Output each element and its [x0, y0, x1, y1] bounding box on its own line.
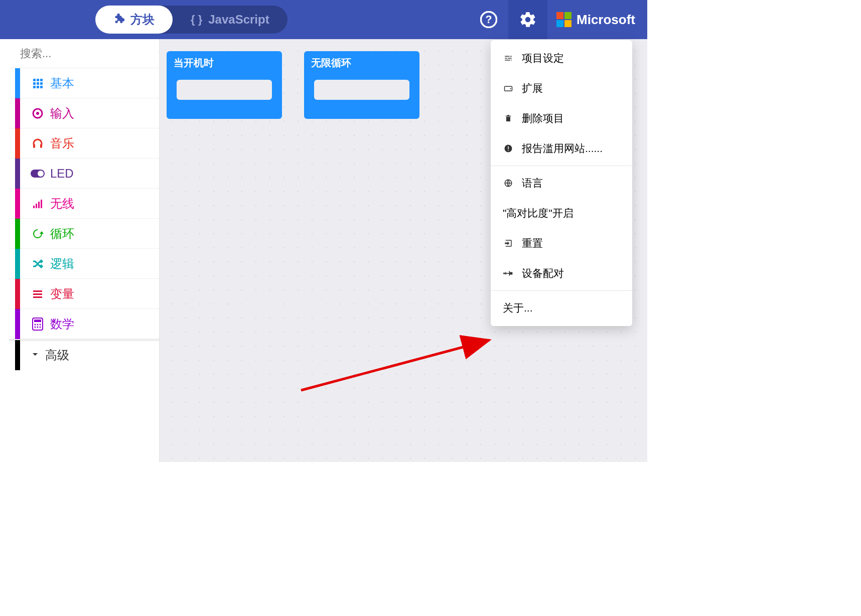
- advanced-label: 高级: [45, 347, 69, 363]
- svg-rect-14: [40, 144, 42, 148]
- microsoft-label: Microsoft: [577, 12, 635, 28]
- svg-rect-21: [33, 290, 42, 292]
- chevron-down-icon: [29, 348, 41, 362]
- category-label: 音乐: [50, 135, 74, 151]
- tab-blocks-label: 方块: [130, 12, 155, 28]
- svg-rect-35: [508, 146, 509, 149]
- tab-js-label: JavaScript: [208, 13, 269, 27]
- svg-rect-17: [33, 206, 35, 208]
- sliders-icon: [503, 54, 514, 63]
- menu-project-settings-label: 项目设定: [522, 51, 564, 65]
- list-icon: [29, 288, 46, 300]
- menu-language-label: 语言: [522, 176, 543, 190]
- svg-rect-23: [33, 296, 42, 298]
- svg-rect-39: [511, 272, 512, 275]
- category-list[interactable]: 变量: [9, 279, 159, 309]
- target-icon: [29, 107, 46, 119]
- menu-about[interactable]: 关于...: [491, 293, 632, 323]
- category-shuffle[interactable]: 逻辑: [9, 249, 159, 279]
- category-label: 逻辑: [50, 256, 74, 272]
- settings-menu: 项目设定 扩展 删除项目 报告滥用网站...... 语言 "高对比度"开启 重置: [491, 40, 632, 326]
- headphones-icon: [29, 137, 46, 149]
- menu-high-contrast[interactable]: "高对比度"开启: [491, 198, 632, 228]
- usb-icon: [503, 270, 514, 277]
- category-color-bar: [15, 309, 20, 339]
- svg-rect-2: [33, 79, 36, 81]
- svg-rect-20: [41, 200, 42, 208]
- menu-pair-device-label: 设备配对: [522, 266, 564, 280]
- svg-rect-8: [33, 86, 36, 88]
- category-color-bar: [15, 189, 20, 219]
- microsoft-logo[interactable]: Microsoft: [547, 0, 647, 39]
- category-label: 无线: [50, 196, 74, 212]
- category-calc[interactable]: 数学: [9, 309, 159, 339]
- category-color-bar: [15, 279, 20, 309]
- category-signal[interactable]: 无线: [9, 189, 159, 219]
- svg-rect-6: [37, 82, 39, 85]
- category-label: LED: [50, 167, 74, 181]
- svg-text:?: ?: [486, 14, 492, 26]
- editor-tabs: 方块 { } JavaScript: [95, 6, 288, 34]
- category-color-bar: [15, 98, 20, 128]
- svg-rect-9: [37, 86, 39, 88]
- tab-blocks[interactable]: 方块: [95, 6, 173, 34]
- svg-rect-10: [40, 86, 43, 88]
- block-on-start[interactable]: 当开机时: [167, 51, 282, 119]
- category-label: 基本: [50, 75, 74, 91]
- block-forever-label: 无限循环: [304, 51, 419, 75]
- category-headphones[interactable]: 音乐: [9, 128, 159, 159]
- search-input[interactable]: [20, 47, 158, 60]
- help-button[interactable]: ?: [469, 0, 508, 39]
- svg-point-38: [503, 272, 505, 274]
- menu-extensions-label: 扩展: [522, 81, 543, 95]
- menu-high-contrast-label: "高对比度"开启: [503, 206, 573, 220]
- drive-icon: [503, 85, 514, 92]
- svg-point-27: [37, 324, 39, 325]
- svg-point-31: [40, 326, 41, 328]
- menu-reset-label: 重置: [522, 236, 543, 250]
- category-list: 基本输入音乐LED无线循环逻辑变量数学: [9, 68, 159, 339]
- advanced-toggle[interactable]: 高级: [9, 339, 159, 369]
- svg-rect-18: [36, 204, 37, 208]
- signout-icon: [503, 239, 514, 248]
- menu-about-label: 关于...: [503, 301, 533, 315]
- search-row: [9, 39, 159, 68]
- svg-point-30: [37, 326, 39, 328]
- menu-reset[interactable]: 重置: [491, 228, 632, 258]
- advanced-bar: [15, 340, 20, 370]
- menu-extensions[interactable]: 扩展: [491, 73, 632, 103]
- toolbox-sidebar: 基本输入音乐LED无线循环逻辑变量数学 高级: [9, 39, 160, 462]
- calc-icon: [29, 318, 46, 331]
- header-right: ? Microsoft: [469, 0, 647, 39]
- category-label: 循环: [50, 226, 74, 242]
- settings-button[interactable]: [508, 0, 547, 39]
- svg-rect-4: [40, 79, 43, 81]
- svg-rect-22: [33, 293, 42, 295]
- category-toggle[interactable]: LED: [9, 159, 159, 189]
- category-grid[interactable]: 基本: [9, 68, 159, 98]
- menu-project-settings[interactable]: 项目设定: [491, 43, 632, 73]
- tab-javascript[interactable]: { } JavaScript: [173, 6, 288, 34]
- svg-rect-5: [33, 82, 36, 85]
- menu-delete-project[interactable]: 删除项目: [491, 103, 632, 133]
- signal-icon: [29, 198, 46, 210]
- category-target[interactable]: 输入: [9, 98, 159, 128]
- category-color-bar: [15, 128, 20, 159]
- alert-icon: [503, 144, 514, 153]
- menu-language[interactable]: 语言: [491, 168, 632, 198]
- menu-report-abuse[interactable]: 报告滥用网站......: [491, 133, 632, 164]
- category-color-bar: [15, 249, 20, 279]
- shuffle-icon: [29, 258, 46, 270]
- svg-point-26: [35, 324, 36, 325]
- svg-rect-19: [38, 202, 40, 208]
- svg-rect-7: [40, 82, 43, 85]
- category-label: 变量: [50, 286, 74, 302]
- block-forever[interactable]: 无限循环: [304, 51, 419, 119]
- app-header: 方块 { } JavaScript ? Microsoft: [0, 0, 647, 39]
- puzzle-icon: [113, 13, 124, 27]
- svg-rect-25: [34, 320, 41, 322]
- category-refresh[interactable]: 循环: [9, 219, 159, 249]
- menu-pair-device[interactable]: 设备配对: [491, 258, 632, 288]
- svg-point-33: [510, 88, 511, 89]
- svg-rect-13: [33, 144, 35, 148]
